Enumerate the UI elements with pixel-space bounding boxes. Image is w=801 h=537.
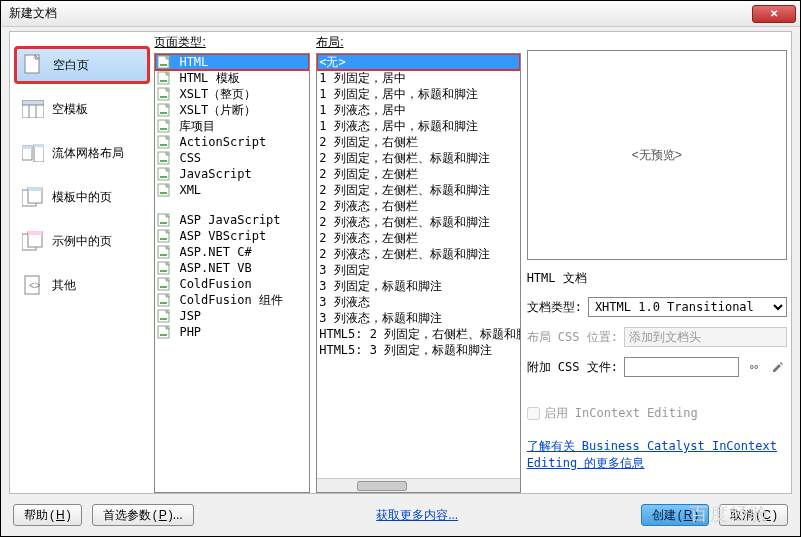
svg-rect-30: [160, 160, 167, 162]
page-type-item[interactable]: XSLT（片断）: [155, 102, 309, 118]
incontext-label: 启用 InContext Editing: [544, 405, 698, 422]
sidebar-item-label: 示例中的页: [52, 233, 112, 250]
layout-item[interactable]: 1 列液态，居中，标题和脚注: [317, 118, 519, 134]
doctype-select[interactable]: XHTML 1.0 Transitional: [588, 297, 787, 317]
list-item-label: XSLT（片断）: [179, 102, 256, 119]
page-type-item[interactable]: JavaScript: [155, 166, 309, 182]
list-item-label: JSP: [179, 309, 201, 323]
layout-item[interactable]: HTML5: 3 列固定，标题和脚注: [317, 342, 519, 358]
horizontal-scrollbar[interactable]: [317, 478, 519, 492]
content-area: 空白页 空模板 流体网格布局 模板中的页: [9, 31, 792, 494]
list-item-label: ActionScript: [179, 135, 266, 149]
layout-item[interactable]: 2 列液态，右侧栏: [317, 198, 519, 214]
attach-css-box[interactable]: [624, 357, 739, 377]
layout-item[interactable]: 2 列固定，左侧栏: [317, 166, 519, 182]
edit-css-icon[interactable]: [769, 358, 787, 376]
page-type-item[interactable]: PHP: [155, 324, 309, 340]
no-preview-text: <无预览>: [632, 147, 682, 164]
list-item-label: 2 列固定，左侧栏、标题和脚注: [319, 182, 489, 199]
list-item-label: <无>: [319, 54, 345, 71]
get-more-content-link[interactable]: 获取更多内容...: [376, 507, 458, 524]
layout-item[interactable]: 2 列液态，右侧栏、标题和脚注: [317, 214, 519, 230]
file-icon: [157, 87, 173, 101]
fluid-grid-icon: [22, 142, 44, 164]
file-icon: [157, 325, 173, 339]
create-button[interactable]: 创建(R): [641, 504, 710, 526]
svg-rect-26: [160, 128, 167, 130]
category-sidebar: 空白页 空模板 流体网格布局 模板中的页: [10, 32, 154, 493]
page-type-item[interactable]: ColdFusion 组件: [155, 292, 309, 308]
layout-item[interactable]: 3 列液态: [317, 294, 519, 310]
page-type-item[interactable]: CSS: [155, 150, 309, 166]
cancel-button[interactable]: 取消(C): [719, 504, 788, 526]
list-item-label: 3 列固定，标题和脚注: [319, 278, 441, 295]
page-type-item[interactable]: 库项目: [155, 118, 309, 134]
svg-rect-14: [28, 231, 42, 235]
list-item-label: ColdFusion: [179, 277, 251, 291]
page-type-listbox[interactable]: HTMLHTML 模板XSLT（整页）XSLT（片断）库项目ActionScri…: [154, 53, 310, 493]
sidebar-item-template-page[interactable]: 模板中的页: [16, 180, 148, 214]
layout-item[interactable]: 1 列液态，居中: [317, 102, 519, 118]
attach-css-label: 附加 CSS 文件:: [527, 359, 618, 376]
page-type-item[interactable]: ASP.NET VB: [155, 260, 309, 276]
css-position-label: 布局 CSS 位置:: [527, 329, 618, 346]
layout-item[interactable]: 2 列固定，右侧栏、标题和脚注: [317, 150, 519, 166]
sidebar-item-fluid-grid[interactable]: 流体网格布局: [16, 136, 148, 170]
layout-item[interactable]: HTML5: 2 列固定，右侧栏、标题和脚注: [317, 326, 519, 342]
sidebar-item-sample-page[interactable]: 示例中的页: [16, 224, 148, 258]
svg-rect-36: [160, 222, 167, 224]
scrollbar-thumb[interactable]: [357, 481, 407, 491]
page-type-item[interactable]: XSLT（整页）: [155, 86, 309, 102]
file-icon: [157, 119, 173, 133]
link-css-icon[interactable]: [745, 358, 763, 376]
new-document-dialog: 新建文档 ✕ 空白页 空模板 流体网格布局: [0, 0, 801, 537]
page-type-item[interactable]: ColdFusion: [155, 276, 309, 292]
svg-rect-28: [160, 144, 167, 146]
layout-item[interactable]: 2 列固定，右侧栏: [317, 134, 519, 150]
layout-pane: 布局: <无>1 列固定，居中1 列固定，居中，标题和脚注1 列液态，居中1 列…: [316, 32, 520, 493]
preferences-button[interactable]: 首选参数(P)...: [92, 504, 194, 526]
file-icon: [157, 55, 173, 69]
incontext-learn-more-link[interactable]: 了解有关 Business Catalyst InContext Editing…: [527, 438, 787, 472]
help-button[interactable]: 帮助(H): [13, 504, 82, 526]
page-type-item[interactable]: ASP VBScript: [155, 228, 309, 244]
file-icon: [157, 135, 173, 149]
list-item-label: ASP JavaScript: [179, 213, 280, 227]
sidebar-item-label: 流体网格布局: [52, 145, 124, 162]
page-type-item[interactable]: ASP.NET C#: [155, 244, 309, 260]
css-position-input: [624, 327, 787, 347]
svg-rect-42: [160, 270, 167, 272]
list-item-label: 1 列固定，居中，标题和脚注: [319, 86, 477, 103]
page-type-item[interactable]: ActionScript: [155, 134, 309, 150]
file-icon: [157, 293, 173, 307]
layout-listbox[interactable]: <无>1 列固定，居中1 列固定，居中，标题和脚注1 列液态，居中1 列液态，居…: [316, 53, 520, 493]
sidebar-item-blank-page[interactable]: 空白页: [16, 48, 148, 82]
page-type-item[interactable]: HTML 模板: [155, 70, 309, 86]
page-type-item[interactable]: ASP JavaScript: [155, 212, 309, 228]
layout-item[interactable]: 2 列固定，左侧栏、标题和脚注: [317, 182, 519, 198]
layout-item[interactable]: 2 列液态，左侧栏: [317, 230, 519, 246]
sidebar-item-other[interactable]: <> 其他: [16, 268, 148, 302]
svg-rect-38: [160, 238, 167, 240]
doctype-label: 文档类型:: [527, 299, 582, 316]
layout-item[interactable]: 3 列固定: [317, 262, 519, 278]
list-item-label: HTML: [179, 55, 208, 69]
close-button[interactable]: ✕: [752, 5, 796, 23]
layout-item[interactable]: 1 列固定，居中: [317, 70, 519, 86]
list-item-label: XML: [179, 183, 201, 197]
attach-css-row: 附加 CSS 文件:: [527, 357, 787, 377]
svg-rect-34: [160, 192, 167, 194]
list-item-label: 2 列液态，右侧栏: [319, 198, 417, 215]
file-icon: [157, 167, 173, 181]
svg-rect-22: [160, 96, 167, 98]
layout-item[interactable]: 1 列固定，居中，标题和脚注: [317, 86, 519, 102]
layout-item[interactable]: 2 列液态，左侧栏、标题和脚注: [317, 246, 519, 262]
doctype-row: 文档类型: XHTML 1.0 Transitional: [527, 297, 787, 317]
layout-item[interactable]: 3 列固定，标题和脚注: [317, 278, 519, 294]
page-type-item[interactable]: HTML: [155, 54, 309, 70]
layout-item[interactable]: 3 列液态，标题和脚注: [317, 310, 519, 326]
page-type-item[interactable]: XML: [155, 182, 309, 198]
layout-item[interactable]: <无>: [317, 54, 519, 70]
page-type-item[interactable]: JSP: [155, 308, 309, 324]
sidebar-item-blank-template[interactable]: 空模板: [16, 92, 148, 126]
